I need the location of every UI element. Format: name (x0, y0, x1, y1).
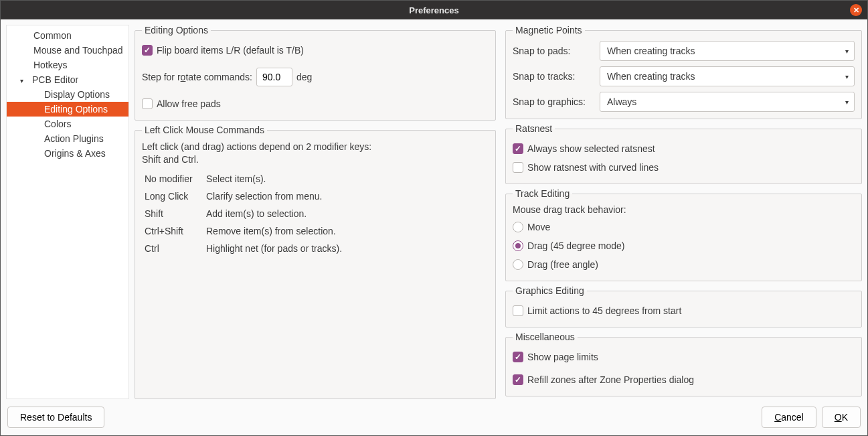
allow-free-pads-checkbox[interactable] (142, 98, 153, 109)
content: Editing Options Flip board items L/R (de… (135, 25, 862, 399)
flip-board-items-label: Flip board items L/R (default is T/B) (157, 45, 304, 56)
snap-pads-label: Snap to pads: (513, 46, 600, 56)
left-column: Editing Options Flip board items L/R (de… (135, 25, 496, 399)
graphics-editing-legend: Graphics Editing (513, 285, 587, 296)
mouse-commands-table: No modifierSelect item(s). Long ClickCla… (142, 170, 489, 257)
show-page-limits-label: Show page limits (527, 352, 598, 362)
track-move-label: Move (527, 222, 550, 232)
refill-zones-checkbox[interactable] (513, 374, 523, 385)
magnetic-points-group: Magnetic Points Snap to pads: When creat… (505, 25, 862, 119)
sidebar-item-action-plugins[interactable]: Action Plugins (7, 131, 128, 146)
track-editing-legend: Track Editing (513, 188, 572, 199)
table-row: Ctrl+ShiftRemove item(s) from selection. (142, 222, 489, 240)
reset-defaults-button[interactable]: Reset to Defaults (7, 407, 104, 428)
editing-options-group: Editing Options Flip board items L/R (de… (135, 25, 496, 121)
step-rotate-input[interactable] (256, 68, 292, 86)
curved-ratsnest-checkbox[interactable] (513, 162, 523, 173)
preferences-window: Preferences ✕ Common Mouse and Touchpad … (0, 0, 868, 436)
step-rotate-unit: deg (296, 72, 312, 82)
sidebar-item-mouse-touchpad[interactable]: Mouse and Touchpad (7, 43, 128, 58)
left-click-commands-group: Left Click Mouse Commands Left click (an… (135, 125, 496, 399)
show-page-limits-checkbox[interactable] (513, 352, 523, 362)
magnetic-points-legend: Magnetic Points (513, 25, 585, 35)
graphics-editing-group: Graphics Editing Limit actions to 45 deg… (505, 285, 862, 328)
table-row: CtrlHighlight net (for pads or tracks). (142, 240, 489, 257)
limit-45-checkbox[interactable] (513, 305, 523, 316)
always-show-ratsnest-checkbox[interactable] (513, 143, 523, 154)
cancel-button[interactable]: Cancel (762, 407, 816, 428)
ok-button[interactable]: OK (822, 407, 861, 428)
snap-tracks-select[interactable]: When creating tracks (600, 66, 855, 86)
ratsnest-group: Ratsnest Always show selected ratsnest S… (505, 123, 862, 184)
track-drag45-label: Drag (45 degree mode) (527, 240, 625, 251)
track-drag45-radio[interactable] (513, 240, 523, 251)
track-dragfree-radio[interactable] (513, 259, 523, 270)
left-click-commands-legend: Left Click Mouse Commands (142, 125, 267, 135)
allow-free-pads-label: Allow free pads (157, 98, 221, 109)
track-move-radio[interactable] (513, 222, 523, 232)
sidebar-item-display-options[interactable]: Display Options (7, 87, 128, 102)
track-drag-sub: Mouse drag track behavior: (513, 204, 855, 215)
sidebar-item-common[interactable]: Common (7, 28, 128, 43)
refill-zones-label: Refill zones after Zone Properties dialo… (527, 374, 694, 385)
curved-ratsnest-label: Show ratsnest with curved lines (527, 162, 659, 173)
right-column: Magnetic Points Snap to pads: When creat… (505, 25, 862, 399)
always-show-ratsnest-label: Always show selected ratsnest (527, 143, 655, 154)
flip-board-items-checkbox[interactable] (142, 45, 153, 56)
close-icon[interactable]: ✕ (850, 4, 862, 16)
track-editing-group: Track Editing Mouse drag track behavior:… (505, 188, 862, 281)
sidebar-item-colors[interactable]: Colors (7, 117, 128, 131)
sidebar: Common Mouse and Touchpad Hotkeys PCB Ed… (6, 25, 129, 399)
snap-tracks-label: Snap to tracks: (513, 71, 600, 82)
miscellaneous-legend: Miscellaneous (513, 332, 578, 342)
snap-pads-select[interactable]: When creating tracks (600, 41, 855, 61)
sidebar-item-editing-options[interactable]: Editing Options (7, 102, 128, 117)
table-row: Long ClickClarify selection from menu. (142, 188, 489, 205)
window-title: Preferences (409, 5, 458, 15)
sidebar-item-label: PCB Editor (32, 74, 78, 85)
snap-graphics-select[interactable]: Always (600, 92, 855, 112)
step-rotate-label: Step for rotate commands: (142, 72, 252, 82)
editing-options-legend: Editing Options (142, 25, 211, 35)
track-dragfree-label: Drag (free angle) (527, 259, 598, 270)
sidebar-item-hotkeys[interactable]: Hotkeys (7, 58, 128, 72)
table-row: No modifierSelect item(s). (142, 170, 489, 188)
limit-45-label: Limit actions to 45 degrees from start (527, 305, 681, 316)
miscellaneous-group: Miscellaneous Show page limits Refill zo… (505, 332, 862, 396)
snap-graphics-label: Snap to graphics: (513, 96, 600, 107)
body: Common Mouse and Touchpad Hotkeys PCB Ed… (1, 19, 867, 399)
sidebar-item-pcb-editor[interactable]: PCB Editor (7, 72, 128, 87)
footer: Reset to Defaults Cancel OK (1, 399, 867, 435)
ratsnest-legend: Ratsnest (513, 123, 555, 134)
sidebar-item-origins-axes[interactable]: Origins & Axes (7, 146, 128, 161)
table-row: ShiftAdd item(s) to selection. (142, 205, 489, 222)
left-click-desc: Left click (and drag) actions depend on … (142, 141, 489, 166)
titlebar: Preferences ✕ (1, 1, 867, 19)
